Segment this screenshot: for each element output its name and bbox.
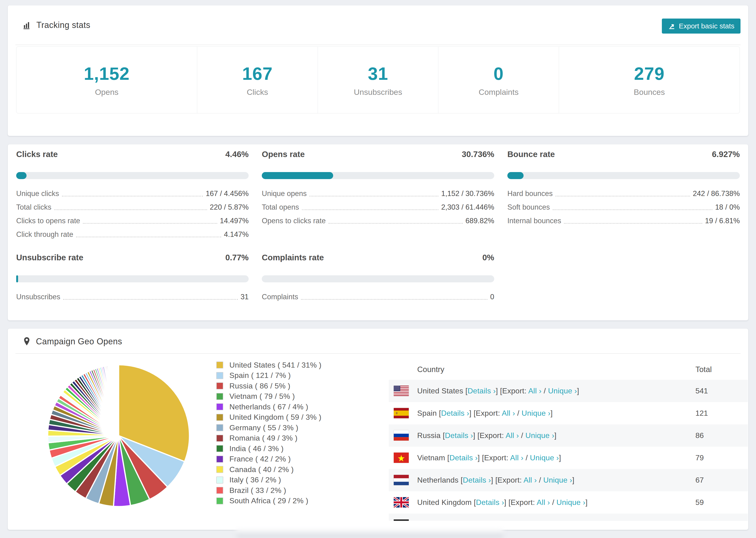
legend-swatch xyxy=(216,435,223,442)
dotted-leader xyxy=(553,209,712,210)
card-title-tracking-stats: Tracking stats xyxy=(36,20,90,30)
dotted-leader xyxy=(309,196,438,196)
nl-flag-icon xyxy=(394,475,409,485)
details-link[interactable]: Details › xyxy=(441,409,469,417)
slash-separator: / xyxy=(537,476,543,484)
rate-title: Bounce rate xyxy=(507,149,555,159)
export-unique-link[interactable]: Unique › xyxy=(548,387,577,395)
rate-block-complaints-rate: Complaints rate0%Complaints0 xyxy=(262,252,494,304)
legend-label: Romania ( 49 / 3% ) xyxy=(229,434,297,443)
dotted-leader xyxy=(54,209,207,210)
stat-label: Bounces xyxy=(634,87,665,97)
details-link[interactable]: Details › xyxy=(449,454,477,462)
rate-progress-bar xyxy=(262,172,494,179)
export-label: ] [Export: xyxy=(504,498,536,507)
geo-table-row-es: Spain [Details ›] [Export: All › / Uniqu… xyxy=(389,402,748,424)
stat-value: 1,152 xyxy=(84,63,130,84)
geo-table-col-country: Country xyxy=(417,365,445,374)
blur-artifact xyxy=(236,522,504,538)
legend-swatch xyxy=(216,393,223,400)
export-unique-link[interactable]: Unique › xyxy=(525,431,554,440)
rate-detail-row: Total opens2,303 / 61.446% xyxy=(262,200,494,214)
export-all-link[interactable]: All › xyxy=(510,454,523,462)
dotted-leader xyxy=(564,223,702,224)
closing-bracket: ] xyxy=(551,409,553,417)
rate-title: Clicks rate xyxy=(16,149,58,159)
closing-bracket: ] xyxy=(554,431,557,440)
legend-item: Canada ( 40 / 2% ) xyxy=(216,464,321,475)
export-all-link[interactable]: All › xyxy=(537,498,550,507)
pie-slice[interactable] xyxy=(118,365,119,436)
details-link[interactable]: Details › xyxy=(467,387,496,395)
legend-label: United Kingdom ( 59 / 3% ) xyxy=(229,413,321,422)
details-link[interactable]: Details › xyxy=(445,431,473,440)
geo-row-total: 541 xyxy=(695,387,708,395)
rate-detail-label: Hard bounces xyxy=(507,189,553,198)
export-all-link[interactable]: All › xyxy=(502,409,515,417)
tracking-stats-card: Tracking stats Export basic stats 1,152O… xyxy=(8,5,748,136)
export-unique-link[interactable]: Unique › xyxy=(543,476,572,484)
rate-detail-label: Unique opens xyxy=(262,189,307,198)
dotted-leader xyxy=(302,209,439,210)
legend-item: Netherlands ( 67 / 4% ) xyxy=(216,402,321,412)
pie-legend: United States ( 541 / 31% )Spain ( 121 /… xyxy=(216,360,321,506)
export-basic-stats-button[interactable]: Export basic stats xyxy=(662,19,740,33)
export-unique-link[interactable]: Unique › xyxy=(521,409,550,417)
details-link[interactable]: Details › xyxy=(453,520,481,521)
rate-progress-bar xyxy=(507,172,740,179)
rate-detail-row: Click through rate4.147% xyxy=(16,228,249,241)
legend-label: Brazil ( 33 / 2% ) xyxy=(229,486,286,495)
dotted-leader xyxy=(76,237,221,237)
rate-detail-value: 31 xyxy=(241,293,249,301)
stat-complaints: 0Complaints xyxy=(438,47,559,113)
map-pin-icon xyxy=(23,337,31,346)
dotted-leader xyxy=(556,196,690,196)
export-label: ] [Export: xyxy=(491,476,523,484)
legend-item: Italy ( 36 / 2% ) xyxy=(216,475,321,485)
export-all-link[interactable]: All › xyxy=(506,431,519,440)
details-link[interactable]: Details › xyxy=(463,476,491,484)
dotted-leader xyxy=(328,223,462,224)
slash-separator: / xyxy=(527,520,533,521)
legend-label: Vietnam ( 79 / 5% ) xyxy=(229,392,295,401)
closing-bracket: ] xyxy=(585,498,587,507)
geo-country-table: CountryTotalUnited States [Details ›] [E… xyxy=(389,359,748,521)
country-name: Russia [ xyxy=(417,431,445,440)
vn-flag-icon xyxy=(394,453,409,463)
legend-item: Vietnam ( 79 / 5% ) xyxy=(216,391,321,402)
geo-table-row-gb: United Kingdom [Details ›] [Export: All … xyxy=(389,491,748,513)
legend-swatch xyxy=(216,497,223,505)
export-unique-link[interactable]: Unique › xyxy=(530,454,559,462)
details-link[interactable]: Details › xyxy=(476,498,504,507)
export-label: ] [Export: xyxy=(481,520,513,521)
export-all-link[interactable]: All › xyxy=(523,476,537,484)
rate-detail-value: 167 / 4.456% xyxy=(206,189,249,198)
country-name: United Kingdom [ xyxy=(417,498,476,507)
rate-title: Complaints rate xyxy=(262,252,324,263)
geo-row-total: 121 xyxy=(695,409,708,418)
legend-label: Netherlands ( 67 / 4% ) xyxy=(229,403,308,411)
rate-detail-label: Internal bounces xyxy=(507,217,561,225)
export-all-link[interactable]: All › xyxy=(514,520,527,521)
geo-table-row-us: United States [Details ›] [Export: All ›… xyxy=(389,380,748,402)
geo-opens-pie-chart[interactable] xyxy=(43,360,194,511)
rate-block-opens-rate: Opens rate30.736%Unique opens1,152 / 30.… xyxy=(262,149,494,252)
export-unique-link[interactable]: Unique › xyxy=(557,498,585,507)
dotted-leader xyxy=(63,299,238,300)
geo-row-total: 79 xyxy=(695,454,704,462)
legend-label: South Africa ( 29 / 2% ) xyxy=(229,497,308,505)
legend-label: Spain ( 121 / 7% ) xyxy=(229,371,291,380)
rate-detail-label: Soft bounces xyxy=(507,203,550,211)
rate-detail-value: 1,152 / 30.736% xyxy=(441,189,494,198)
export-all-link[interactable]: All › xyxy=(528,387,542,395)
export-unique-link[interactable]: Unique › xyxy=(533,520,562,521)
rate-detail-label: Unique clicks xyxy=(16,189,59,198)
closing-bracket: ] xyxy=(577,387,579,395)
rate-detail-row: Unsubscribes31 xyxy=(16,290,249,304)
geo-row-links: United Kingdom [Details ›] [Export: All … xyxy=(417,498,588,507)
legend-swatch xyxy=(216,445,223,452)
rate-detail-row: Total clicks220 / 5.87% xyxy=(16,200,249,214)
legend-label: France ( 42 / 2% ) xyxy=(229,455,291,463)
stat-value: 279 xyxy=(634,63,665,84)
rate-detail-row: Complaints0 xyxy=(262,290,494,304)
